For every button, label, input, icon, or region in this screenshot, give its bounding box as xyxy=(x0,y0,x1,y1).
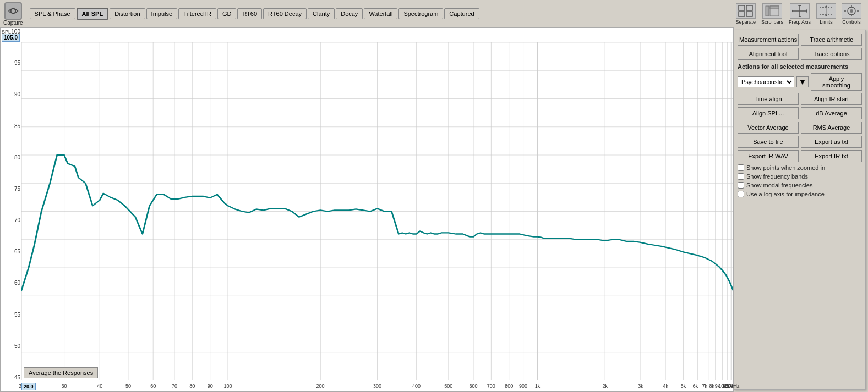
show-points-row: Show points when zoomed in xyxy=(738,164,862,171)
x-tick-600: 600 xyxy=(470,383,478,389)
controls-icon xyxy=(842,3,861,19)
average-responses-button[interactable]: Average the Responses xyxy=(24,367,98,378)
svg-rect-1 xyxy=(739,5,745,10)
right-panel: Measurement actions Trace arithmetic Ali… xyxy=(734,30,866,390)
x-min-value[interactable]: 20.0 xyxy=(21,383,36,390)
db-average-button[interactable]: dB Average xyxy=(801,107,862,119)
y-tick-50: 50 xyxy=(14,344,20,349)
rms-average-button[interactable]: RMS Average xyxy=(801,122,862,134)
show-points-label: Show points when zoomed in xyxy=(746,164,825,171)
align-spl-button[interactable]: Align SPL... xyxy=(738,107,799,119)
x-tick-900: 900 xyxy=(519,383,527,389)
y-tick-65: 65 xyxy=(14,249,20,255)
controls-button[interactable]: Controls xyxy=(842,3,861,25)
vector-average-button[interactable]: Vector Average xyxy=(738,122,799,134)
align-ir-start-button[interactable]: Align IR start xyxy=(801,93,862,105)
svg-rect-7 xyxy=(770,6,779,9)
svg-marker-9 xyxy=(806,9,807,13)
y-tick-85: 85 xyxy=(14,124,20,129)
limits-button[interactable]: Limits xyxy=(816,3,836,25)
export-ir-txt-button[interactable]: Export IR txt xyxy=(801,150,862,162)
apply-smoothing-button[interactable]: Apply smoothing xyxy=(811,73,862,91)
tab-impulse[interactable]: Impulse xyxy=(146,8,178,19)
limits-label: Limits xyxy=(820,19,833,25)
show-freq-bands-label: Show frequency bands xyxy=(746,173,808,180)
x-tick-3k: 3k xyxy=(638,383,643,389)
svg-marker-12 xyxy=(798,5,801,6)
y-tick-70: 70 xyxy=(14,218,20,223)
capture-icon[interactable] xyxy=(4,2,22,20)
tab-bar: SPL & PhaseAll SPLDistortionImpulseFilte… xyxy=(30,8,733,20)
x-tick-40: 40 xyxy=(97,383,102,389)
scrollbars-label: Scrollbars xyxy=(761,19,783,25)
tab-gd[interactable]: GD xyxy=(217,8,237,19)
y-tick-75: 75 xyxy=(14,186,20,192)
tab-rt60[interactable]: RT60 xyxy=(237,8,262,19)
export-as-txt-button[interactable]: Export as txt xyxy=(801,136,862,148)
panel-row-5: Vector Average RMS Average xyxy=(738,122,862,134)
controls-label: Controls xyxy=(842,19,861,25)
measurement-actions-button[interactable]: Measurement actions xyxy=(738,34,799,46)
save-to-file-button[interactable]: Save to file xyxy=(738,136,799,148)
tab-captured[interactable]: Captured xyxy=(444,8,479,19)
x-tick-700: 700 xyxy=(487,383,495,389)
svg-marker-17 xyxy=(825,5,828,7)
scrollbars-icon xyxy=(762,3,782,19)
main-area: SPL 105.0 1009590858075706560555045 xyxy=(0,27,868,392)
show-modal-row: Show modal frequencies xyxy=(738,182,862,189)
separate-label: Separate xyxy=(735,19,756,25)
tab-distortion[interactable]: Distortion xyxy=(110,8,145,19)
tab-waterfall[interactable]: Waterfall xyxy=(364,8,397,19)
svg-marker-18 xyxy=(825,15,828,16)
y-axis: 1009590858075706560555045 xyxy=(1,28,21,380)
tab-spectrogram[interactable]: Spectrogram xyxy=(398,8,443,19)
tab-splphase[interactable]: SPL & Phase xyxy=(30,8,75,19)
x-tick-8k: 8k xyxy=(709,383,714,389)
y-tick-80: 80 xyxy=(14,155,20,161)
x-tick-7k: 7k xyxy=(702,383,708,389)
alignment-tool-button[interactable]: Alignment tool xyxy=(738,48,799,60)
panel-row-1: Measurement actions Trace arithmetic xyxy=(738,34,862,46)
x-tick-6k: 6k xyxy=(693,383,698,389)
chart-container: SPL 105.0 1009590858075706560555045 xyxy=(0,27,734,392)
show-points-checkbox[interactable] xyxy=(738,164,744,171)
spl-value[interactable]: 105.0 xyxy=(2,34,20,42)
x-tick-30: 30 xyxy=(62,383,67,389)
x-tick-1k: 1k xyxy=(535,383,541,389)
tab-clarity[interactable]: Clarity xyxy=(308,8,335,19)
export-ir-wav-button[interactable]: Export IR WAV xyxy=(738,150,799,162)
svg-marker-13 xyxy=(798,16,801,17)
log-axis-checkbox[interactable] xyxy=(738,191,744,197)
x-tick-200: 200 xyxy=(316,383,325,389)
show-modal-label: Show modal frequencies xyxy=(746,182,812,189)
tab-filteredir[interactable]: Filtered IR xyxy=(178,8,216,19)
freq-axis-button[interactable]: Freq. Axis xyxy=(789,3,811,25)
actions-label: Actions for all selected measurements xyxy=(738,63,862,70)
smoothing-select[interactable]: Psychoacoustic xyxy=(738,76,794,87)
capture-label: Capture xyxy=(3,20,23,26)
trace-options-button[interactable]: Trace options xyxy=(801,48,862,60)
panel-row-6: Save to file Export as txt xyxy=(738,136,862,148)
x-axis: 20 30 40 50 60 70 80 90 100 200 300 400 … xyxy=(21,380,733,391)
x-tick-4k: 4k xyxy=(663,383,668,389)
separate-button[interactable]: Separate xyxy=(735,3,756,25)
x-tick-80: 80 xyxy=(189,383,195,389)
svg-rect-2 xyxy=(746,5,752,10)
log-axis-label: Use a log axis for impedance xyxy=(746,191,825,197)
panel-row-2: Alignment tool Trace options xyxy=(738,48,862,60)
tab-allspl[interactable]: All SPL xyxy=(77,8,109,20)
svg-rect-4 xyxy=(746,12,752,16)
tab-decay[interactable]: Decay xyxy=(336,8,363,19)
show-freq-bands-checkbox[interactable] xyxy=(738,173,744,180)
tab-rt60decay[interactable]: RT60 Decay xyxy=(263,8,307,19)
x-tick-2k: 2k xyxy=(602,383,608,389)
x-tick-100: 100 xyxy=(223,383,232,389)
separate-icon xyxy=(736,3,756,19)
smoothing-dropdown-arrow[interactable]: ▼ xyxy=(796,76,809,87)
trace-arithmetic-button[interactable]: Trace arithmetic xyxy=(801,34,862,46)
scrollbars-button[interactable]: Scrollbars xyxy=(761,3,783,25)
time-align-button[interactable]: Time align xyxy=(738,93,799,105)
show-modal-checkbox[interactable] xyxy=(738,182,744,189)
x-tick-300: 300 xyxy=(373,383,381,389)
right-icons: Separate Scrollbars xyxy=(735,3,865,25)
